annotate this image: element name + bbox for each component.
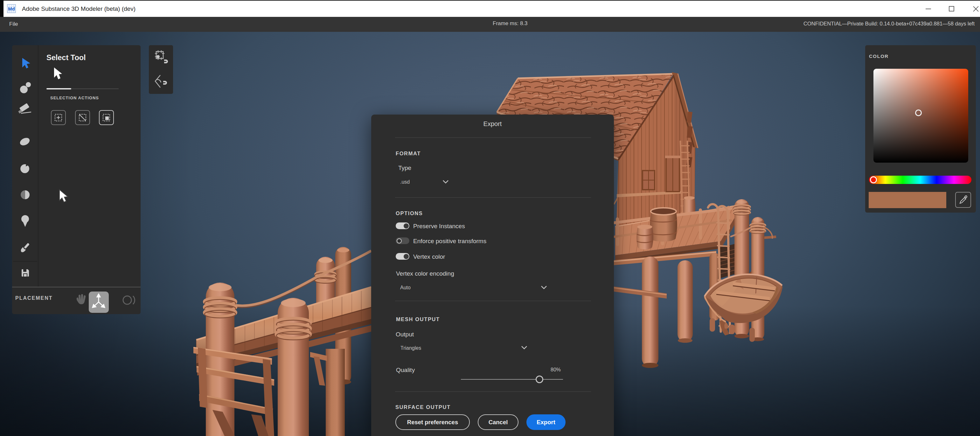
svg-text:Md: Md	[8, 6, 15, 11]
